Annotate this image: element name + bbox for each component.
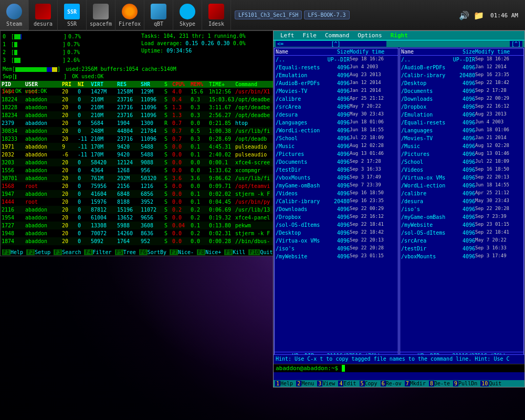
- mc-menu-file[interactable]: File: [299, 32, 321, 39]
- mc-footer-4[interactable]: 4Edit: [337, 380, 358, 387]
- process-row[interactable]: 1947 abaddon 20 0 41604 6848 6856 S 0.0 …: [1, 190, 278, 198]
- process-row[interactable]: 1948 abaddon 20 0 70072 14260 8636 S 0.0…: [1, 229, 278, 237]
- htop-footer-f8[interactable]: F8Nice+: [195, 249, 223, 256]
- mc-cmdline[interactable]: abaddon@abaddon:~$: [274, 364, 524, 372]
- mc-file-row[interactable]: /Videos 4096 Sep 16 18:50: [275, 190, 398, 197]
- process-row[interactable]: 18228 abaddon 20 0 210M 23716 11096 S 1.…: [1, 103, 278, 111]
- mc-menu-right[interactable]: Right: [386, 32, 412, 39]
- mc-file-row[interactable]: /Music 4096 Aug 12 02:28: [400, 142, 523, 150]
- process-row[interactable]: 3203 abaddon 20 0 58420 12124 9088 S 0.0…: [1, 159, 278, 166]
- mc-file-row[interactable]: /AudioB-erPDFs 4096 Jan 12 2014: [400, 64, 523, 71]
- mc-file-row[interactable]: /Documents 4096 Sep 2 17:28: [275, 158, 398, 166]
- mc-footer-6[interactable]: 6Re-ov: [379, 380, 403, 387]
- mc-file-row[interactable]: /Movies-TV 4096 Jan 21 2014: [400, 134, 523, 142]
- mc-footer-9[interactable]: 9PullDn: [452, 380, 479, 387]
- htop-footer-f1[interactable]: F1Help: [1, 249, 25, 256]
- mc-file-row[interactable]: /Videos 4096 Sep 16 18:50: [400, 166, 523, 174]
- mc-file-row[interactable]: /vboxMounts 4096 Sep 3 17:49: [275, 174, 398, 182]
- process-row[interactable]: 2116 abaddon 20 0 87812 15196 11072 S 0.…: [1, 206, 278, 214]
- mc-file-row[interactable]: /WordLi-ection 4096 Jun 18 14:55: [275, 127, 398, 134]
- mc-file-row[interactable]: /testDir 4096 Sep 3 16:33: [400, 245, 523, 253]
- mc-file-row[interactable]: /School 4096 Jul 22 18:09: [275, 134, 398, 142]
- mc-file-row[interactable]: /srcArea 4096 May 7 20:22: [275, 103, 398, 111]
- mc-file-row[interactable]: /calibre 4096 Apr 25 21:12: [400, 190, 523, 197]
- mc-menu-command[interactable]: Command: [321, 32, 353, 39]
- taskbar-item-skype[interactable]: Skype: [173, 0, 202, 30]
- process-row[interactable]: 18233 abaddon 20 -11 210M 23716 11096 S …: [1, 135, 278, 143]
- mc-footer-10[interactable]: 10Quit: [479, 380, 503, 387]
- mc-file-row[interactable]: /Dropbox 4096 Sep 22 16:12: [275, 213, 398, 221]
- mc-file-row[interactable]: /Dropbox 4096 Sep 22 16:12: [400, 103, 523, 111]
- mc-file-row[interactable]: /Equali-resets 4096 Jun 4 2003: [275, 64, 398, 71]
- mc-footer-7[interactable]: 7Mkdir: [403, 380, 427, 387]
- taskbar-item-ssr[interactable]: SSR SSR: [58, 0, 87, 30]
- process-row[interactable]: 1568 root 20 0 75956 2156 1216 S 0.0 0.0…: [1, 182, 278, 190]
- mc-file-row[interactable]: /Movies-TV 4096 Jan 21 2014: [275, 87, 398, 95]
- mc-file-row[interactable]: /iso's 4096 Sep 22 20:28: [400, 205, 523, 213]
- mc-file-row[interactable]: /Virtua-ox VMs 4096 Sep 22 20:13: [275, 237, 398, 245]
- process-row[interactable]: 2379 abaddon 20 0 5684 1904 1300 R 0.7 0…: [1, 119, 278, 127]
- mc-file-row[interactable]: /Documents 4096 Sep 2 17:28: [400, 87, 523, 95]
- htop-footer-f9[interactable]: F9Kill: [223, 249, 247, 256]
- mc-file-row[interactable]: /.. UP--DIR Sep 18 16:26: [275, 56, 398, 64]
- mc-file-row[interactable]: /Calibr-ibrary 20480 Sep 16 23:35: [275, 197, 398, 205]
- mc-file-row[interactable]: /srcArea 4096 May 7 20:22: [400, 237, 523, 245]
- taskbar-item-idesk[interactable]: Idesk: [202, 0, 231, 30]
- mc-file-row[interactable]: /Emulation 4096 Aug 23 2013: [400, 111, 523, 119]
- taskbar-item-qbt[interactable]: qBT: [144, 0, 173, 30]
- mc-file-row[interactable]: /myGame-omBash 4096 Sep 7 23:39: [400, 213, 523, 221]
- taskbar-open-lfs101[interactable]: LFS101_Ch3_Sec1_FSH: [235, 10, 302, 19]
- taskbar-item-firefox[interactable]: Firefox: [116, 0, 144, 30]
- htop-footer-f10[interactable]: F10Quit: [247, 249, 274, 256]
- process-row[interactable]: 30701 abaddon 20 0 761M 292M 50320 S 3.6…: [1, 174, 278, 182]
- mc-file-row[interactable]: /Music 4096 Aug 12 02:28: [275, 142, 398, 150]
- mc-file-row[interactable]: /Pictures 4096 Aug 13 01:46: [275, 150, 398, 158]
- process-row[interactable]: 2032 abaddon -6 -11 170M 9420 5488 S 0.0…: [1, 151, 278, 159]
- mc-footer-3[interactable]: 3View: [316, 380, 337, 387]
- process-row[interactable]: 1444 root 20 0 15976 8188 3952 S 0.0 0.1…: [1, 198, 278, 206]
- mc-footer-2[interactable]: 2Menu: [295, 380, 316, 387]
- mc-file-row[interactable]: /Calibr-ibrary 20480 Sep 16 23:35: [400, 71, 523, 79]
- process-row[interactable]: 18234 abaddon 20 0 210M 23716 11096 S 1.…: [1, 111, 278, 119]
- htop-footer-f3[interactable]: F3Search: [52, 249, 82, 256]
- mc-file-row[interactable]: /desura 4096 May 30 23:43: [400, 197, 523, 205]
- mc-file-row[interactable]: /iso's 4096 Sep 22 20:28: [275, 245, 398, 253]
- mc-file-row[interactable]: /calibre 4096 Apr 25 21:12: [275, 95, 398, 103]
- htop-footer-f5[interactable]: F5Tree: [113, 249, 138, 256]
- process-row[interactable]: 1556 abaddon 20 0 4364 1268 956 S 0.0 0.…: [1, 166, 278, 174]
- mc-file-row[interactable]: /.. UP--DIR Sep 18 16:26: [400, 56, 523, 64]
- mc-file-row[interactable]: /desura 4096 May 30 23:43: [275, 111, 398, 119]
- mc-file-row[interactable]: /School 4096 Jul 22 18:09: [400, 158, 523, 166]
- process-row[interactable]: 1454 root 20 0 1427M 1258M 129M S 4.0 15…: [1, 88, 278, 96]
- mc-footer-1[interactable]: 1Help: [274, 380, 295, 387]
- mc-file-row[interactable]: /Desktop 4096 Sep 22 18:42: [400, 79, 523, 87]
- htop-footer-f2[interactable]: F2Setup: [25, 249, 52, 256]
- taskbar-item-desura[interactable]: desura: [29, 0, 58, 30]
- mc-file-row[interactable]: /vboxMounts 4096 Sep 3 17:49: [400, 253, 523, 260]
- taskbar-item-steam[interactable]: Steam: [0, 0, 29, 30]
- taskbar-open-lfsbook[interactable]: LFS-BOOK-7.3: [304, 10, 349, 19]
- mc-footer-8[interactable]: 8De-te: [427, 380, 452, 387]
- mc-file-row[interactable]: /Equali-resets 4096 Jun 4 2003: [400, 119, 523, 127]
- mc-file-row[interactable]: /sol-OS-dItems 4096 Sep 22 18:41: [275, 221, 398, 229]
- mc-file-row[interactable]: /myWebsite 4096 Sep 23 01:15: [400, 221, 523, 229]
- htop-footer-f7[interactable]: F7Nice-: [168, 249, 195, 256]
- htop-footer-f4[interactable]: F4Filter: [82, 249, 113, 256]
- mc-file-row[interactable]: /Desktop 4096 Sep 22 18:42: [275, 229, 398, 237]
- mc-file-row[interactable]: /Languages 4096 Jun 18 01:06: [275, 119, 398, 127]
- process-row[interactable]: 30834 abaddon 20 0 248M 44804 21784 S 0.…: [1, 127, 278, 135]
- mc-file-row[interactable]: /Downloads 4096 Sep 22 00:29: [400, 95, 523, 103]
- htop-footer-f6[interactable]: F6SortBy: [138, 249, 168, 256]
- process-row[interactable]: 1874 abaddon 20 0 5092 1764 952 S 0.0 0.…: [1, 237, 278, 245]
- process-row[interactable]: 1727 abaddon 20 0 13308 5988 3608 S 0.04…: [1, 222, 278, 229]
- mc-file-row[interactable]: /Downloads 4096 Sep 22 00:29: [275, 205, 398, 213]
- mc-file-row[interactable]: /Emulation 4096 Aug 23 2013: [275, 71, 398, 79]
- process-row[interactable]: 1971 abaddon 9 -11 170M 9420 5488 S 0.0 …: [1, 143, 278, 151]
- mc-file-row[interactable]: /AudioB-erPDFs 4096 Jan 12 2014: [275, 79, 398, 87]
- mc-file-row[interactable]: /myGame-omBash 4096 Sep 7 23:39: [275, 182, 398, 190]
- taskbar-item-spacefm[interactable]: spacefm: [87, 0, 116, 30]
- mc-footer-5[interactable]: 5Copy: [358, 380, 379, 387]
- mc-file-row[interactable]: /testDir 4096 Sep 3 16:33: [275, 166, 398, 174]
- mc-file-row[interactable]: /myWebsite 4096 Sep 23 01:15: [275, 253, 398, 260]
- mc-menu-options[interactable]: Options: [353, 32, 386, 39]
